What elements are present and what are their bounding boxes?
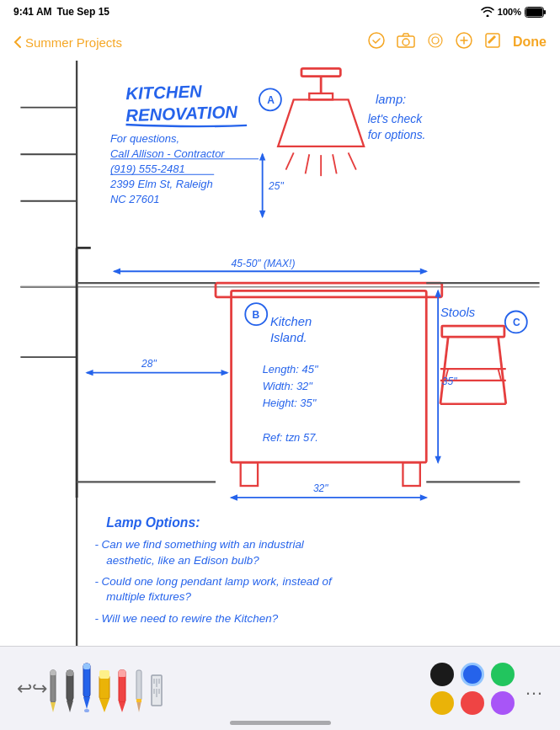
more-button[interactable]: … [525, 678, 543, 700]
svg-marker-39 [259, 210, 265, 218]
svg-rect-24 [301, 68, 340, 76]
svg-text:(919) 555-2481: (919) 555-2481 [110, 163, 185, 175]
svg-rect-57 [442, 326, 504, 337]
svg-text:Height: 35": Height: 35" [263, 397, 317, 409]
svg-line-63 [499, 369, 502, 381]
svg-text:Ref: tzn 57.: Ref: tzn 57. [263, 431, 318, 444]
color-purple[interactable] [491, 691, 515, 715]
svg-rect-47 [241, 462, 258, 486]
pen-tool-2-active[interactable] [81, 662, 93, 716]
svg-rect-110 [136, 699, 141, 702]
toolbar: ↩ ↪ [0, 646, 560, 730]
svg-marker-93 [51, 702, 56, 712]
svg-rect-45 [232, 290, 427, 462]
svg-text:A: A [267, 94, 275, 106]
back-button[interactable]: Summer Projects [13, 35, 122, 50]
note-canvas: KITCHEN RENOVATION For questions, Call A… [0, 61, 560, 646]
camera-icon[interactable] [397, 33, 415, 52]
checkmark-icon[interactable] [368, 32, 385, 53]
sketch-tool[interactable] [133, 669, 145, 716]
chevron-left-icon [13, 35, 22, 49]
svg-text:32": 32" [313, 482, 328, 494]
highlighter-tool[interactable] [98, 669, 111, 716]
svg-line-31 [349, 152, 356, 169]
color-row-top [430, 663, 515, 686]
battery-label: 100% [498, 7, 521, 17]
svg-text:2399 Elm St, Raleigh: 2399 Elm St, Raleigh [109, 178, 213, 190]
color-blue[interactable] [461, 663, 484, 686]
svg-marker-78 [420, 494, 428, 500]
svg-marker-70 [435, 456, 440, 464]
svg-marker-42 [113, 268, 120, 274]
svg-text:RENOVATION: RENOVATION [125, 103, 239, 125]
status-day: Tue Sep 15 [57, 6, 109, 18]
svg-marker-103 [99, 699, 109, 712]
svg-text:lamp:: lamp: [376, 93, 406, 106]
svg-text:Length: 45": Length: 45" [263, 363, 319, 376]
svg-text:For questions,: For questions, [110, 132, 179, 145]
marker-tool[interactable] [116, 669, 128, 716]
svg-rect-102 [99, 675, 109, 699]
ruler-tool[interactable] [150, 669, 163, 716]
svg-text:- Could one long pendant lamp : - Could one long pendant lamp work, inst… [94, 575, 333, 588]
battery-icon [525, 7, 547, 18]
color-green[interactable] [491, 663, 515, 686]
svg-text:35": 35" [442, 376, 457, 387]
status-left: 9:41 AM Tue Sep 15 [13, 6, 109, 18]
svg-text:C: C [513, 317, 520, 328]
note-svg: KITCHEN RENOVATION For questions, Call A… [0, 61, 560, 646]
svg-marker-43 [420, 268, 428, 274]
svg-rect-107 [119, 670, 125, 677]
svg-text:45-50" (MAX!): 45-50" (MAX!) [232, 258, 296, 269]
svg-text:NC 27601: NC 27601 [110, 193, 159, 205]
svg-text:multiple fixtures?: multiple fixtures? [106, 590, 191, 603]
svg-point-101 [84, 709, 89, 712]
svg-text:25": 25" [268, 180, 284, 192]
toolbar-top-row: ↩ ↪ [10, 658, 550, 719]
svg-rect-1 [526, 8, 543, 16]
undo-button[interactable]: ↩ [17, 678, 32, 700]
svg-marker-38 [259, 152, 265, 160]
svg-marker-99 [83, 697, 90, 709]
svg-rect-104 [99, 670, 109, 679]
svg-line-27 [285, 152, 293, 169]
color-row-bottom [430, 691, 515, 715]
nav-tools: Done [368, 32, 547, 53]
svg-text:KITCHEN: KITCHEN [125, 82, 204, 103]
status-bar: 9:41 AM Tue Sep 15 100% [0, 0, 560, 24]
done-button[interactable]: Done [513, 35, 547, 50]
svg-text:for options.: for options. [368, 128, 426, 141]
svg-text:Stools: Stools [440, 306, 476, 319]
text-tool[interactable] [47, 669, 59, 716]
svg-marker-73 [85, 370, 93, 376]
svg-point-3 [369, 33, 384, 48]
lasso-icon[interactable] [427, 32, 444, 53]
svg-marker-109 [136, 701, 141, 712]
pen-tool-1[interactable] [64, 669, 76, 716]
wifi-icon [481, 7, 494, 17]
svg-rect-94 [51, 670, 56, 675]
svg-rect-48 [403, 462, 419, 486]
svg-line-30 [333, 154, 337, 173]
redo-button[interactable]: ↪ [32, 678, 47, 700]
nav-bar: Summer Projects Done [0, 24, 560, 61]
svg-rect-2 [544, 10, 546, 14]
svg-text:B: B [253, 309, 260, 321]
color-black[interactable] [430, 663, 454, 686]
svg-rect-108 [136, 670, 141, 701]
svg-rect-100 [83, 663, 90, 669]
svg-marker-74 [221, 370, 229, 376]
svg-text:aesthetic, like an Edison bulb: aesthetic, like an Edison bulb? [106, 554, 259, 567]
svg-marker-77 [230, 494, 237, 500]
edit-icon[interactable] [484, 32, 501, 53]
status-right: 100% [481, 7, 547, 18]
status-time: 9:41 AM [13, 6, 52, 18]
svg-marker-69 [435, 290, 440, 297]
color-red[interactable] [461, 691, 484, 715]
svg-text:Kitchen: Kitchen [270, 315, 312, 328]
svg-text:Width: 32": Width: 32" [263, 380, 314, 392]
color-palette [430, 663, 515, 715]
svg-text:Call Allison - Contractor: Call Allison - Contractor [110, 147, 225, 160]
color-yellow[interactable] [430, 691, 454, 715]
add-icon[interactable] [456, 32, 472, 53]
